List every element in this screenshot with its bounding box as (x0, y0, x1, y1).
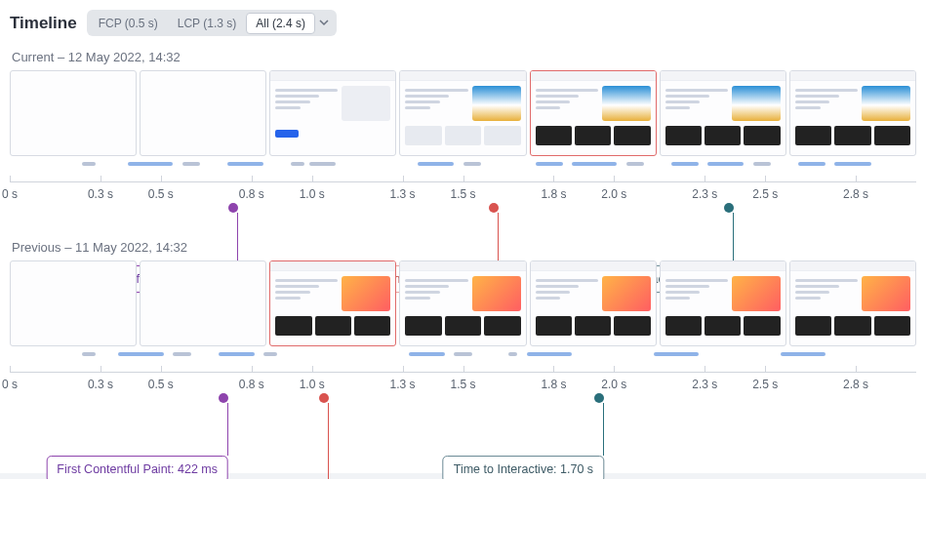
timeline-header: Timeline FCP (0.5 s) LCP (1.3 s) All (2.… (10, 10, 916, 36)
axis-tick-label: 2.5 s (752, 378, 778, 391)
filmstrip (10, 260, 916, 346)
metric-marker-tti: Time to Interactive: 1.70 s (523, 393, 684, 479)
axis-tick-label: 0.3 s (88, 378, 113, 391)
axis-tick-label: 2.5 s (752, 187, 778, 201)
axis-tick-label: 0.5 s (148, 378, 174, 391)
filmstrip-frame[interactable] (660, 260, 786, 346)
filmstrip-frame[interactable] (10, 70, 137, 156)
timeline-run: Current – 12 May 2022, 14:320 s0.3 s0.5 … (10, 50, 916, 201)
filmstrip-frame[interactable] (10, 260, 137, 346)
tab-all[interactable]: All (2.4 s) (246, 13, 315, 34)
filmstrip-frame[interactable] (269, 260, 396, 346)
range-selector: FCP (0.5 s) LCP (1.3 s) All (2.4 s) (87, 10, 337, 36)
run-label: Current – 12 May 2022, 14:32 (12, 50, 916, 64)
filmstrip-frame[interactable] (140, 260, 266, 346)
chevron-down-icon[interactable] (315, 12, 335, 34)
network-bands (10, 160, 916, 168)
marker-dot-icon (219, 393, 228, 403)
axis-tick-label: 1.8 s (541, 187, 566, 201)
axis-tick-label: 0.8 s (239, 378, 264, 391)
filmstrip-frame[interactable] (530, 70, 657, 156)
metric-pill-fcp: First Contentful Paint: 422 ms (46, 456, 228, 479)
axis-tick-label: 1.5 s (450, 187, 475, 201)
axis-tick-label: 0.3 s (88, 187, 113, 201)
filmstrip-frame[interactable] (269, 70, 396, 156)
filmstrip-frame[interactable] (530, 260, 657, 346)
axis-tick-label: 2.8 s (843, 187, 868, 201)
axis-tick-label: 1.0 s (300, 378, 325, 391)
metric-pill-tti: Time to Interactive: 1.70 s (443, 456, 604, 479)
axis-tick-label: 0.5 s (148, 187, 174, 201)
filmstrip (10, 70, 916, 156)
axis-tick-label: 0.8 s (239, 187, 264, 201)
axis-tick-label: 2.0 s (601, 378, 626, 391)
filmstrip-frame[interactable] (789, 70, 916, 156)
axis-tick-label: 1.3 s (390, 378, 416, 391)
axis-tick-label: 1.0 s (300, 187, 325, 201)
metric-marker-lcp: Largest Contentful Paint: 727 ms (229, 393, 428, 479)
tab-fcp[interactable]: FCP (0.5 s) (89, 13, 168, 34)
axis-tick-label: 0 s (2, 378, 18, 391)
axis-tick-label: 1.5 s (450, 378, 475, 391)
marker-dot-icon (228, 203, 238, 213)
axis-tick-label: 1.3 s (390, 187, 416, 201)
filmstrip-frame[interactable] (399, 70, 526, 156)
axis-tick-label: 0 s (2, 187, 18, 201)
page-title: Timeline (10, 14, 77, 33)
filmstrip-frame[interactable] (789, 260, 916, 346)
time-axis: 0 s0.3 s0.5 s0.8 s1.0 s1.3 s1.5 s1.8 s2.… (10, 362, 916, 391)
marker-dot-icon (319, 393, 329, 403)
axis-tick-label: 2.3 s (692, 187, 717, 201)
axis-tick-label: 2.8 s (843, 378, 868, 391)
time-axis: 0 s0.3 s0.5 s0.8 s1.0 s1.3 s1.5 s1.8 s2.… (10, 172, 916, 201)
filmstrip-frame[interactable] (140, 70, 266, 156)
tab-lcp[interactable]: LCP (1.3 s) (168, 13, 246, 34)
axis-tick-label: 2.0 s (601, 187, 626, 201)
timeline-run: Previous – 11 May 2022, 14:320 s0.3 s0.5… (10, 240, 916, 391)
network-bands (10, 350, 916, 358)
filmstrip-frame[interactable] (660, 70, 786, 156)
axis-tick-label: 2.3 s (692, 378, 717, 391)
marker-dot-icon (489, 203, 499, 213)
axis-tick-label: 1.8 s (541, 378, 566, 391)
marker-dot-icon (594, 393, 604, 403)
marker-dot-icon (724, 203, 734, 213)
filmstrip-frame[interactable] (399, 260, 526, 346)
